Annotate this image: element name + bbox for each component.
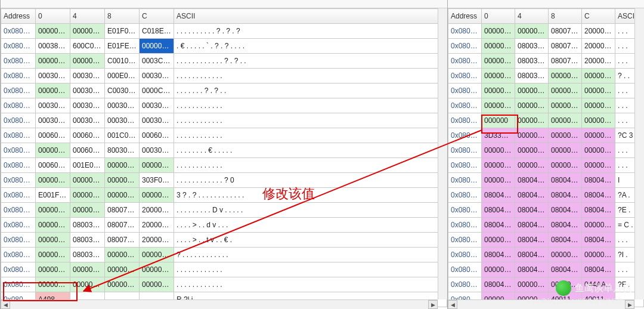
hex-cell[interactable]: 080046... xyxy=(482,277,515,292)
hex-table-left[interactable]: Address048CASCII 0x0800...000000...00000… xyxy=(1,8,447,307)
hex-cell[interactable]: 000380... xyxy=(36,39,70,54)
address-cell[interactable]: 0x0800... xyxy=(1,218,36,233)
hex-cell[interactable]: C00300... xyxy=(105,84,140,98)
ascii-cell[interactable]: . . . . . . . . . . . . xyxy=(174,277,447,292)
address-cell[interactable]: 0x0800... xyxy=(1,143,36,158)
hex-cell[interactable]: 044AA... xyxy=(582,277,615,292)
hex-cell[interactable]: 000000... xyxy=(482,69,515,84)
hex-cell[interactable]: 080045... xyxy=(549,188,582,203)
table-row[interactable]: 0x0800...000000...000000...C00100...0003… xyxy=(1,54,447,69)
table-row[interactable]: 0x0800...000000...000000...E01F00...C018… xyxy=(1,24,447,39)
hex-cell[interactable]: 000000... xyxy=(140,158,174,173)
hex-cell[interactable]: 000000... xyxy=(36,84,70,98)
table-row[interactable]: 0x0800...000000...08003E...080076...2000… xyxy=(448,54,644,69)
hex-cell[interactable]: 0003C0... xyxy=(140,54,174,69)
column-header[interactable]: Address xyxy=(1,9,36,24)
scroll-left-arrow-icon[interactable]: ◀ xyxy=(448,300,457,309)
hex-cell[interactable]: 08003E... xyxy=(70,233,105,248)
table-row[interactable]: 0x0800...000000...000000...080076...2000… xyxy=(448,24,644,39)
ascii-cell[interactable]: . . . . . . . . . . . . xyxy=(174,69,447,84)
table-row[interactable]: 0x0800...000000...000000...000000...0000… xyxy=(448,143,644,158)
table-row[interactable]: 0x0800...000380...600C00...E01FE01F00000… xyxy=(1,39,447,54)
table-row[interactable]: 0x0800...3D3343...000000...000000...0000… xyxy=(448,128,644,143)
hex-cell[interactable]: 000000... xyxy=(515,158,549,173)
hex-cell[interactable]: 800300... xyxy=(105,143,140,158)
column-header[interactable]: C xyxy=(582,9,615,24)
column-header[interactable]: Address xyxy=(448,9,482,24)
hex-cell[interactable]: 000000... xyxy=(482,24,515,39)
address-cell[interactable]: 0x0800... xyxy=(448,98,482,113)
hex-cell[interactable]: 000000... xyxy=(70,277,105,292)
hex-cell[interactable]: 000000... xyxy=(582,143,615,158)
scrollbar-vertical-left[interactable] xyxy=(438,8,447,299)
ascii-cell[interactable]: . € . . . . . ` . ? . ? . . . . xyxy=(174,39,447,54)
table-row[interactable]: 0x0800...000000...08003E...080076...2000… xyxy=(1,233,447,248)
hex-cell[interactable]: 000000... xyxy=(36,218,70,233)
hex-cell[interactable]: 200000... xyxy=(582,39,615,54)
hex-cell[interactable]: 000300... xyxy=(70,98,105,113)
ascii-cell[interactable]: . . . . . . . . . . ? . ? . ? xyxy=(174,24,447,39)
hex-cell[interactable]: 200000... xyxy=(582,24,615,39)
table-row[interactable]: 0x0800...000300...000300...000300...0003… xyxy=(1,98,447,113)
scroll-track[interactable] xyxy=(10,300,428,309)
scroll-track[interactable] xyxy=(457,300,625,309)
ascii-cell[interactable]: . . . . . . . . . D v . . . . . xyxy=(174,203,447,218)
hex-cell[interactable]: 000000... xyxy=(515,24,549,39)
hex-cell[interactable]: 080049... xyxy=(482,248,515,262)
hex-cell[interactable]: 200000... xyxy=(582,54,615,69)
table-row[interactable]: 0x0800...000000...080046...080047...0800… xyxy=(448,262,644,277)
address-cell[interactable]: 0x0800... xyxy=(1,39,36,54)
hex-cell[interactable]: 000000... xyxy=(482,262,515,277)
address-cell[interactable]: 0x0800... xyxy=(1,233,36,248)
table-row[interactable]: 0x0800...000600...000600...001C00...0006… xyxy=(1,128,447,143)
table-row[interactable]: 0x0800...080045...080042...080042...0800… xyxy=(448,203,644,218)
hex-cell[interactable]: 000000... xyxy=(515,128,549,143)
address-cell[interactable]: 0x0800... xyxy=(1,54,36,69)
hex-cell[interactable]: 080041... xyxy=(582,173,615,188)
table-row[interactable]: 0x0800...000000...000000...000000...0000… xyxy=(448,84,644,98)
hex-cell[interactable]: 08003E... xyxy=(515,39,549,54)
address-cell[interactable]: 0x0800... xyxy=(1,128,36,143)
hex-cell[interactable]: 000000... xyxy=(582,84,615,98)
column-header[interactable]: ASCII xyxy=(174,9,447,24)
hex-cell[interactable]: 000000... xyxy=(515,98,549,113)
hex-cell[interactable]: 000300... xyxy=(36,113,70,128)
hex-cell[interactable]: 000000... xyxy=(582,218,615,233)
hex-cell[interactable]: 200000... xyxy=(140,233,174,248)
table-row[interactable]: 0x0800...000000...000000...000000...0000… xyxy=(448,98,644,113)
hex-cell[interactable]: 000000... xyxy=(482,39,515,54)
hex-cell[interactable]: 000600... xyxy=(140,128,174,143)
address-cell[interactable]: 0x0800... xyxy=(448,143,482,158)
hex-cell[interactable]: 000000... xyxy=(515,84,549,98)
hex-cell[interactable]: 08003E... xyxy=(515,54,549,69)
address-cell[interactable]: 0x0800... xyxy=(448,262,482,277)
table-row[interactable]: 0x0800...000000...08003E...000000...0000… xyxy=(448,69,644,84)
address-cell[interactable]: 0x0800... xyxy=(1,248,36,262)
hex-cell[interactable]: 080041... xyxy=(482,188,515,203)
column-header[interactable]: 8 xyxy=(549,9,582,24)
address-cell[interactable]: 0x0800... xyxy=(448,248,482,262)
hex-cell[interactable]: 080046... xyxy=(582,262,615,277)
table-row[interactable]: 0x0800...000000...080049...080046...0800… xyxy=(448,233,644,248)
hex-cell[interactable]: 000000... xyxy=(549,84,582,98)
hex-table-right[interactable]: Address048CASCII 0x0800...000000...00000… xyxy=(448,8,644,307)
ascii-cell[interactable]: . . . . . . . . . . . . xyxy=(174,98,447,113)
hex-cell[interactable]: 080049... xyxy=(515,233,549,248)
hex-cell[interactable]: 000000... xyxy=(582,128,615,143)
hex-cell[interactable]: 000000... xyxy=(36,248,70,262)
hex-cell[interactable]: 080045... xyxy=(482,203,515,218)
address-cell[interactable]: 0x0800... xyxy=(1,69,36,84)
table-row[interactable]: 0x0800...000000000000...000000...000000.… xyxy=(448,113,644,128)
hex-cell[interactable]: 000000... xyxy=(36,277,70,292)
hex-cell[interactable]: 000000... xyxy=(36,24,70,39)
hex-cell[interactable]: 080076... xyxy=(105,218,140,233)
address-cell[interactable]: 0x0800... xyxy=(448,218,482,233)
hex-cell[interactable]: 3D3343... xyxy=(482,128,515,143)
address-cell[interactable]: 0x0800... xyxy=(1,98,36,113)
hex-cell[interactable]: 000300... xyxy=(105,98,140,113)
hex-cell[interactable]: 080042... xyxy=(515,218,549,233)
hex-cell[interactable]: 000000... xyxy=(36,233,70,248)
hex-cell[interactable]: 000000... xyxy=(482,143,515,158)
column-header[interactable]: 4 xyxy=(70,9,105,24)
ascii-cell[interactable]: . . . . . . . . . . . . xyxy=(174,158,447,173)
